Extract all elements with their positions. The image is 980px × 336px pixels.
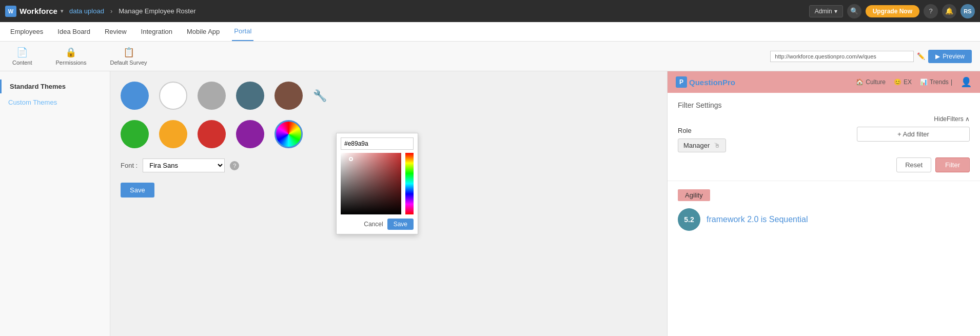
agility-panel: Agility 5.2 framework 2.0 is Sequential (668, 181, 980, 239)
preview-nav-ex[interactable]: 😊 EX (894, 78, 912, 86)
framework-text: framework 2.0 is (707, 215, 767, 224)
ex-label: EX (904, 78, 912, 86)
filter-role-section: Role Manager 🖱 (678, 127, 726, 152)
theme-circle-green[interactable] (121, 120, 149, 148)
filter-settings-panel: Filter Settings HideFilters ∧ Role Manag… (668, 93, 980, 181)
default-survey-icon: 📋 (123, 47, 134, 58)
culture-icon: 🏠 (856, 78, 864, 86)
cursor-hand: 🖱 (714, 142, 720, 149)
admin-label: Admin (815, 8, 832, 15)
theme-circle-white[interactable] (159, 82, 187, 110)
save-button[interactable]: Save (121, 183, 154, 197)
font-select[interactable]: Fira Sans (143, 159, 225, 172)
user-avatar[interactable]: RS (961, 4, 975, 18)
main-area: Standard Themes Custom Themes 🔧 Font : F… (0, 71, 980, 336)
add-filter-section: + Add filter (857, 127, 970, 142)
theme-circle-blue[interactable] (121, 82, 149, 110)
nav-mobile-app[interactable]: Mobile App (185, 23, 222, 41)
theme-area: 🔧 Font : Fira Sans ? Save (110, 71, 667, 336)
nav-employees[interactable]: Employees (8, 23, 45, 41)
filter-button[interactable]: Filter (935, 157, 970, 172)
preview-user-icon[interactable]: 👤 (961, 76, 972, 88)
search-icon[interactable]: 🔍 (847, 4, 861, 18)
breadcrumb-separator: › (110, 7, 112, 15)
default-survey-label: Default Survey (110, 60, 147, 66)
page-title: Manage Employee Roster (119, 7, 195, 15)
score-circle: 5.2 (678, 208, 700, 231)
logo-pro: Pro (722, 78, 735, 87)
preview-header: P QuestionPro 🏠 Culture 😊 EX 📊 Trends | (668, 71, 980, 93)
trends-separator: | (951, 78, 952, 86)
trends-icon: 📊 (920, 78, 928, 86)
content-icon: 📄 (16, 47, 28, 58)
preview-icon: ▶ (935, 53, 940, 60)
color-gradient-area[interactable] (341, 153, 401, 214)
brand-name: Workforce (19, 7, 57, 15)
agility-content: 5.2 framework 2.0 is Sequential (678, 208, 970, 231)
theme-circle-purple[interactable] (236, 120, 264, 148)
theme-circle-brown[interactable] (275, 82, 303, 110)
url-input[interactable] (770, 51, 914, 62)
hex-input[interactable] (341, 137, 414, 150)
filter-row: Role Manager 🖱 + Add filter (678, 127, 970, 152)
tab-permissions[interactable]: 🔒 Permissions (52, 45, 91, 68)
theme-circle-orange[interactable] (159, 120, 187, 148)
role-tag: Manager 🖱 (678, 139, 726, 152)
filter-settings-title: Filter Settings (678, 101, 970, 109)
reset-button[interactable]: Reset (896, 157, 931, 172)
logo-text: QuestionPro (689, 78, 735, 87)
preview-nav-items: 🏠 Culture 😊 EX 📊 Trends | 👤 (856, 76, 972, 88)
third-bar: 📄 Content 🔒 Permissions 📋 Default Survey… (0, 42, 980, 71)
edit-url-icon[interactable]: ✏️ (917, 52, 925, 60)
admin-button[interactable]: Admin ▾ (809, 5, 843, 17)
wrench-icon[interactable]: 🔧 (313, 89, 327, 103)
color-picker-save-button[interactable]: Save (387, 219, 414, 230)
filter-action-row: Reset Filter (678, 157, 970, 172)
preview-nav-culture[interactable]: 🏠 Culture (856, 78, 886, 86)
admin-arrow-icon: ▾ (834, 8, 837, 15)
tab-default-survey[interactable]: 📋 Default Survey (106, 45, 151, 68)
breadcrumb-link[interactable]: data upload (69, 7, 104, 15)
nav-portal[interactable]: Portal (232, 22, 253, 41)
agility-text: framework 2.0 is Sequential (707, 215, 808, 224)
add-filter-button[interactable]: + Add filter (857, 127, 970, 142)
hide-filters-chevron-icon: ∧ (965, 115, 970, 123)
theme-circle-darkblue[interactable] (236, 82, 264, 110)
permissions-icon: 🔒 (65, 47, 76, 58)
brand[interactable]: W Workforce ▾ (5, 6, 63, 17)
permissions-label: Permissions (56, 60, 87, 66)
framework-accent: Sequential (769, 215, 808, 224)
trends-label: Trends (930, 78, 949, 86)
preview-button[interactable]: ▶ Preview (928, 50, 972, 63)
logo-question: Question (689, 78, 722, 87)
top-bar-right: Admin ▾ 🔍 Upgrade Now ? 🔔 RS (809, 4, 975, 18)
sidebar-item-custom-themes[interactable]: Custom Themes (0, 95, 110, 109)
nav-integration[interactable]: Integration (139, 23, 174, 41)
hide-filters-label: HideFilters (934, 115, 963, 123)
help-icon[interactable]: ? (924, 4, 938, 18)
tab-content[interactable]: 📄 Content (8, 45, 36, 68)
color-spectrum-bar[interactable] (405, 153, 414, 214)
upgrade-button[interactable]: Upgrade Now (866, 5, 919, 17)
content-label: Content (12, 60, 32, 66)
color-picker-cancel-button[interactable]: Cancel (364, 219, 383, 230)
logo-icon: P (676, 76, 687, 88)
preview-nav-trends[interactable]: 📊 Trends | (920, 78, 952, 86)
top-bar: W Workforce ▾ data upload › Manage Emplo… (0, 0, 980, 22)
role-label: Role (678, 127, 726, 134)
brand-arrow: ▾ (61, 8, 63, 14)
theme-circle-custom[interactable] (275, 120, 303, 148)
hide-filters-button[interactable]: HideFilters ∧ (934, 115, 970, 123)
left-sidebar: Standard Themes Custom Themes (0, 71, 110, 336)
culture-label: Culture (866, 78, 886, 86)
notification-icon[interactable]: 🔔 (942, 4, 956, 18)
nav-review[interactable]: Review (103, 23, 129, 41)
preview-label: Preview (943, 53, 965, 60)
font-help-icon[interactable]: ? (230, 161, 239, 170)
theme-circle-gray[interactable] (198, 82, 226, 110)
theme-circle-red[interactable] (198, 120, 226, 148)
color-gradient-dot (349, 157, 353, 161)
filter-hide-row: HideFilters ∧ (678, 115, 970, 123)
color-gradient-overlay (341, 153, 401, 214)
nav-idea-board[interactable]: Idea Board (55, 23, 92, 41)
